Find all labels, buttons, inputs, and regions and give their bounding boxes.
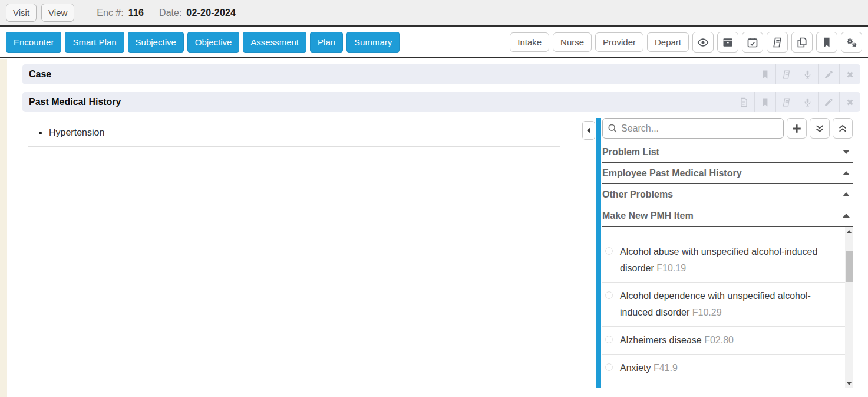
search-box [602, 118, 784, 139]
add-item-button[interactable] [787, 118, 807, 139]
file-text-icon[interactable] [733, 92, 754, 112]
pencil-icon[interactable] [818, 64, 839, 84]
pmh-header-icons [733, 92, 860, 112]
list-scrollbar[interactable] [845, 227, 853, 388]
pmh-picker-panel: Problem List Employee Past Medical Histo… [602, 118, 853, 388]
option-code: B20 [645, 227, 661, 229]
tab-encounter[interactable]: Encounter [6, 32, 61, 53]
caret-down-icon [843, 150, 850, 154]
top-bar: Visit View Enc #: 116 Date: 02-20-2024 [0, 0, 868, 27]
case-title: Case [22, 69, 51, 80]
tab-summary[interactable]: Summary [346, 32, 400, 53]
option-code: F10.19 [656, 263, 686, 273]
radio-icon[interactable] [605, 227, 613, 227]
archive-box-icon[interactable] [717, 32, 738, 53]
enc-value: 116 [128, 8, 144, 18]
option-code: F10.29 [692, 307, 722, 317]
caret-up-icon [843, 214, 850, 218]
panel-top-row [602, 118, 853, 139]
option-label: Alzheimers disease [620, 335, 702, 345]
option-alcohol-dependence[interactable]: Alcohol dependence with unspecified alco… [602, 283, 845, 327]
caret-up-icon [843, 192, 850, 196]
book-icon[interactable] [775, 64, 797, 84]
tab-subjective[interactable]: Subjective [128, 32, 184, 53]
provider-button[interactable]: Provider [595, 32, 643, 52]
tab-objective[interactable]: Objective [187, 32, 240, 53]
option-alcohol-abuse[interactable]: Alcohol abuse with unspecified alcohol-i… [602, 238, 845, 283]
visit-button[interactable]: Visit [6, 4, 37, 22]
option-code: F41.9 [654, 363, 678, 373]
content-area: Case Past Medical H [0, 59, 868, 397]
case-header-icons [754, 64, 860, 84]
scroll-down-icon[interactable] [845, 379, 853, 388]
option-aids[interactable]: AIDS B20 [602, 227, 845, 238]
gears-icon[interactable] [841, 32, 862, 53]
date-value: 02-20-2024 [186, 8, 236, 18]
radio-icon[interactable] [605, 291, 613, 299]
accordion-label: Make New PMH Item [602, 211, 694, 221]
caret-left-icon [587, 127, 590, 133]
bookmark-icon[interactable] [816, 32, 837, 53]
accordion-list: Problem List Employee Past Medical Histo… [602, 142, 853, 227]
close-icon[interactable] [839, 64, 860, 84]
pmh-section-header: Past Medical History [22, 92, 860, 112]
eye-icon[interactable] [692, 32, 714, 53]
encounter-number: Enc #: 116 [97, 8, 144, 18]
search-input[interactable] [621, 123, 778, 134]
tab-smart-plan[interactable]: Smart Plan [65, 32, 124, 53]
accordion-make-new-pmh[interactable]: Make New PMH Item [602, 205, 853, 227]
pencil-icon[interactable] [818, 92, 839, 112]
toolbar-right: Intake Nurse Provider Depart [510, 32, 862, 53]
pmh-item-label: Hypertension [49, 127, 104, 138]
tab-plan[interactable]: Plan [310, 32, 343, 53]
pmh-item-hypertension[interactable]: Hypertension [28, 124, 560, 147]
copy-pages-icon[interactable] [791, 32, 813, 53]
accordion-employee-pmh[interactable]: Employee Past Medical History [602, 163, 853, 184]
book-icon[interactable] [775, 92, 797, 112]
accordion-label: Employee Past Medical History [602, 168, 742, 179]
caret-up-icon [843, 171, 850, 175]
enc-label: Enc #: [97, 8, 123, 18]
microphone-icon[interactable] [797, 92, 818, 112]
collapse-all-button[interactable] [833, 118, 853, 139]
close-icon[interactable] [839, 92, 860, 112]
scrollbar-thumb[interactable] [846, 251, 853, 282]
radio-icon[interactable] [605, 247, 613, 255]
section-nav: Encounter Smart Plan Subjective Objectiv… [6, 32, 400, 53]
calendar-check-icon[interactable] [742, 32, 763, 53]
bookmark-icon[interactable] [754, 64, 775, 84]
tab-assessment[interactable]: Assessment [243, 32, 306, 53]
microphone-icon[interactable] [797, 64, 818, 84]
date-label: Date: [159, 8, 181, 18]
accordion-other-problems[interactable]: Other Problems [602, 184, 853, 205]
ehr-encounter-page: Visit View Enc #: 116 Date: 02-20-2024 E… [0, 0, 868, 397]
option-anxiety[interactable]: Anxiety F41.9 [602, 355, 845, 382]
encounter-date: Date: 02-20-2024 [159, 8, 236, 18]
bullet-icon [39, 132, 42, 134]
case-section-header: Case [22, 64, 860, 84]
radio-icon[interactable] [605, 336, 613, 343]
toolbar: Encounter Smart Plan Subjective Objectiv… [0, 28, 868, 58]
option-label: Anxiety [620, 363, 651, 373]
scroll-up-icon[interactable] [845, 227, 853, 236]
search-icon [608, 123, 618, 133]
view-button[interactable]: View [41, 4, 74, 22]
accordion-problem-list[interactable]: Problem List [602, 142, 853, 163]
panel-collapse-button[interactable] [582, 121, 595, 140]
option-alzheimers[interactable]: Alzheimers disease F02.80 [602, 327, 845, 355]
option-label: AIDS [620, 227, 642, 229]
book-icon[interactable] [767, 32, 788, 53]
option-code: F02.80 [704, 335, 734, 345]
accordion-label: Problem List [602, 147, 659, 158]
expand-all-button[interactable] [810, 118, 830, 139]
pmh-item-list: Hypertension [28, 124, 560, 147]
nurse-button[interactable]: Nurse [553, 32, 592, 52]
intake-button[interactable]: Intake [510, 32, 549, 52]
bookmark-icon[interactable] [754, 92, 775, 112]
option-label: Alcohol abuse with unspecified alcohol-i… [620, 247, 817, 273]
radio-icon[interactable] [605, 363, 613, 371]
left-margin-strip [0, 59, 7, 397]
option-arthritis[interactable]: Arthritis M19.90 [602, 382, 845, 388]
depart-button[interactable]: Depart [647, 32, 689, 52]
pmh-option-scroll-area: AIDS B20 Alcohol abuse with unspecified … [602, 227, 853, 388]
